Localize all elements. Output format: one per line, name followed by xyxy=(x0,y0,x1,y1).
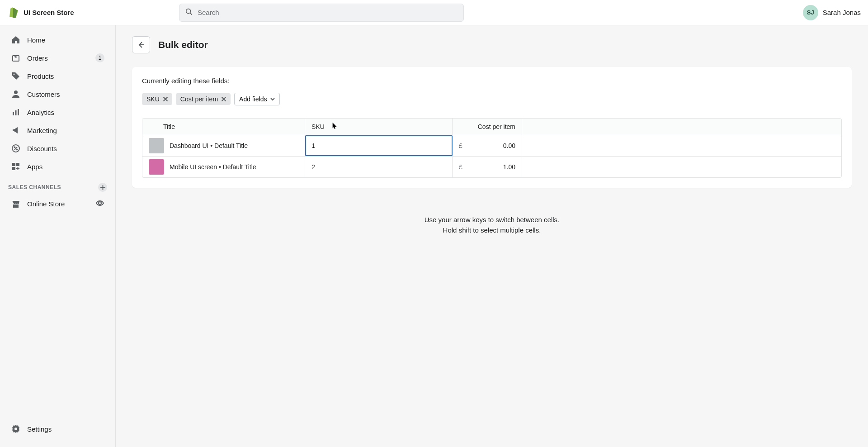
currency-symbol: £ xyxy=(459,163,462,171)
arrow-left-icon xyxy=(137,40,146,49)
svg-point-13 xyxy=(99,202,101,204)
sidebar-item-label: Discounts xyxy=(27,145,57,152)
close-icon xyxy=(162,96,169,102)
bulk-editor-card: Currently editing these fields: SKU Cost… xyxy=(132,67,852,188)
add-fields-label: Add fields xyxy=(239,95,267,103)
orders-icon xyxy=(11,53,21,63)
sidebar-item-label: Orders xyxy=(27,54,48,62)
avatar[interactable]: SJ xyxy=(803,5,818,20)
col-spacer xyxy=(522,119,841,135)
discounts-icon xyxy=(11,143,21,153)
sidebar-item-discounts[interactable]: Discounts xyxy=(3,140,113,157)
remove-field-button[interactable] xyxy=(221,96,227,102)
chip-label: Cost per item xyxy=(180,95,218,103)
cost-value: 1.00 xyxy=(503,163,515,171)
table-row: Dashboard UI • Default Title £ 0.00 xyxy=(142,135,841,157)
user-name: Sarah Jonas xyxy=(823,9,861,16)
title-cell[interactable]: Dashboard UI • Default Title xyxy=(142,135,305,156)
sidebar-item-apps[interactable]: Apps xyxy=(3,158,113,175)
svg-rect-5 xyxy=(15,110,17,115)
svg-point-3 xyxy=(14,90,18,94)
sidebar-item-label: Apps xyxy=(27,163,42,171)
table-header-row: Title SKU Cost per item xyxy=(142,119,841,135)
sku-value: 2 xyxy=(311,163,446,171)
product-thumbnail xyxy=(149,138,164,153)
hint-line-2: Hold shift to select multiple cells. xyxy=(132,225,852,236)
sidebar-item-label: Products xyxy=(27,72,54,80)
marketing-icon xyxy=(11,125,21,135)
bulk-editor-grid: Title SKU Cost per item Dashboard UI • D… xyxy=(142,118,842,178)
search-icon xyxy=(185,8,193,17)
sidebar-item-label: Online Store xyxy=(27,200,65,208)
products-icon xyxy=(11,71,21,81)
channels-header: SALES CHANNELS xyxy=(8,184,61,190)
field-chip-cost: Cost per item xyxy=(176,93,231,105)
hint-line-1: Use your arrow keys to switch between ce… xyxy=(132,215,852,225)
sidebar-item-home[interactable]: Home xyxy=(3,31,113,48)
sku-cell[interactable] xyxy=(305,135,453,156)
sidebar-item-online-store[interactable]: Online Store xyxy=(3,195,113,213)
search-field[interactable] xyxy=(179,4,464,22)
home-icon xyxy=(11,35,21,45)
sidebar-item-products[interactable]: Products xyxy=(3,67,113,85)
sidebar-item-label: Analytics xyxy=(27,109,54,116)
col-title: Title xyxy=(142,119,305,135)
caret-down-icon xyxy=(270,98,275,101)
cost-cell[interactable]: £ 1.00 xyxy=(453,157,522,177)
cell-spacer xyxy=(522,157,841,177)
page-title: Bulk editor xyxy=(158,39,208,50)
sku-input[interactable] xyxy=(306,136,452,155)
shopify-logo-icon xyxy=(7,7,19,19)
svg-rect-11 xyxy=(16,163,19,166)
view-store-icon[interactable] xyxy=(95,199,104,209)
sidebar-item-settings[interactable]: Settings xyxy=(3,420,113,437)
svg-rect-4 xyxy=(13,112,14,115)
apps-icon xyxy=(11,162,21,171)
svg-rect-10 xyxy=(12,163,15,166)
sidebar-item-label: Settings xyxy=(27,425,52,433)
currency-symbol: £ xyxy=(459,142,462,149)
svg-point-8 xyxy=(14,147,15,148)
store-icon xyxy=(11,199,21,209)
title-cell[interactable]: Mobile UI screen • Default Title xyxy=(142,157,305,177)
cost-value: 0.00 xyxy=(503,142,515,149)
plus-icon xyxy=(100,185,105,190)
close-icon xyxy=(221,96,227,102)
sidebar-item-label: Customers xyxy=(27,90,60,98)
search-input[interactable] xyxy=(198,9,458,16)
svg-rect-12 xyxy=(12,167,15,170)
cost-cell[interactable]: £ 0.00 xyxy=(453,135,522,156)
sidebar-item-customers[interactable]: Customers xyxy=(3,86,113,103)
add-channel-button[interactable] xyxy=(98,183,107,192)
analytics-icon xyxy=(11,107,21,117)
svg-point-14 xyxy=(14,428,17,430)
product-thumbnail xyxy=(149,159,164,175)
back-button[interactable] xyxy=(132,36,150,53)
cell-spacer xyxy=(522,135,841,156)
sku-cell[interactable]: 2 xyxy=(305,157,453,177)
table-row: Mobile UI screen • Default Title 2 £ 1.0… xyxy=(142,157,841,177)
sidebar-item-marketing[interactable]: Marketing xyxy=(3,122,113,139)
svg-point-2 xyxy=(14,74,15,75)
svg-rect-6 xyxy=(18,109,19,115)
sidebar-item-label: Home xyxy=(27,36,45,44)
store-name: UI Screen Store xyxy=(24,9,74,16)
orders-badge: 1 xyxy=(95,53,104,62)
add-fields-button[interactable]: Add fields xyxy=(234,93,279,105)
sidebar-item-orders[interactable]: Orders 1 xyxy=(3,49,113,67)
field-chip-sku: SKU xyxy=(142,93,172,105)
sidebar-item-label: Marketing xyxy=(27,127,57,134)
product-title: Dashboard UI • Default Title xyxy=(170,142,248,149)
svg-point-9 xyxy=(17,149,18,150)
col-sku: SKU xyxy=(305,119,453,135)
col-cost: Cost per item xyxy=(453,119,522,135)
gear-icon xyxy=(11,424,21,434)
sidebar-item-analytics[interactable]: Analytics xyxy=(3,104,113,121)
remove-field-button[interactable] xyxy=(162,96,169,102)
chip-label: SKU xyxy=(146,95,160,103)
customers-icon xyxy=(11,89,21,99)
product-title: Mobile UI screen • Default Title xyxy=(170,163,256,171)
fields-label: Currently editing these fields: xyxy=(142,77,842,85)
